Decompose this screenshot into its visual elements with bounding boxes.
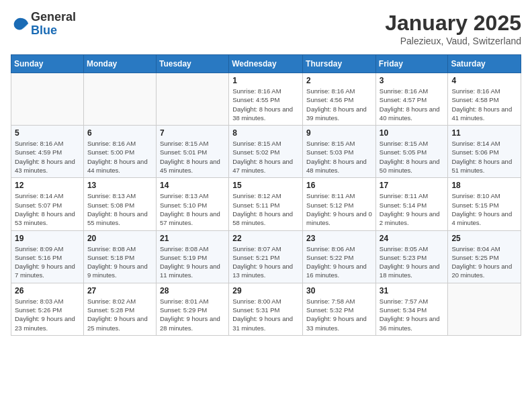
day-info: Sunrise: 8:08 AM Sunset: 5:19 PM Dayligh…: [160, 244, 225, 280]
day-number: 16: [306, 181, 372, 190]
day-number: 8: [232, 128, 299, 138]
table-row: [448, 283, 521, 335]
col-monday: Monday: [83, 55, 156, 73]
table-row: 15Sunrise: 8:12 AM Sunset: 5:11 PM Dayli…: [229, 178, 303, 230]
day-number: 4: [451, 76, 517, 85]
day-info: Sunrise: 8:16 AM Sunset: 5:00 PM Dayligh…: [87, 139, 152, 175]
day-info: Sunrise: 8:01 AM Sunset: 5:29 PM Dayligh…: [160, 297, 225, 332]
table-row: 18Sunrise: 8:10 AM Sunset: 5:15 PM Dayli…: [448, 178, 521, 230]
table-row: 11Sunrise: 8:14 AM Sunset: 5:06 PM Dayli…: [448, 126, 521, 178]
table-row: 14Sunrise: 8:13 AM Sunset: 5:10 PM Dayli…: [156, 178, 228, 230]
day-info: Sunrise: 8:16 AM Sunset: 4:59 PM Dayligh…: [15, 139, 80, 175]
table-row: 31Sunrise: 7:57 AM Sunset: 5:34 PM Dayli…: [375, 283, 448, 335]
calendar-week-row: 5Sunrise: 8:16 AM Sunset: 4:59 PM Daylig…: [11, 126, 521, 178]
calendar-week-row: 26Sunrise: 8:03 AM Sunset: 5:26 PM Dayli…: [11, 283, 521, 335]
day-number: 30: [306, 286, 372, 295]
day-info: Sunrise: 8:13 AM Sunset: 5:10 PM Dayligh…: [160, 191, 225, 227]
calendar-title: January 2025: [385, 11, 521, 36]
day-number: 2: [306, 76, 372, 85]
day-info: Sunrise: 8:02 AM Sunset: 5:28 PM Dayligh…: [87, 297, 152, 332]
day-info: Sunrise: 8:04 AM Sunset: 5:25 PM Dayligh…: [451, 244, 517, 280]
day-number: 31: [380, 286, 445, 295]
day-info: Sunrise: 8:16 AM Sunset: 4:55 PM Dayligh…: [232, 87, 299, 122]
day-number: 27: [87, 286, 152, 295]
table-row: 22Sunrise: 8:07 AM Sunset: 5:21 PM Dayli…: [229, 230, 303, 283]
day-number: 22: [232, 234, 299, 243]
day-info: Sunrise: 8:11 AM Sunset: 5:12 PM Dayligh…: [306, 191, 372, 227]
day-number: 13: [87, 181, 152, 190]
table-row: 17Sunrise: 8:11 AM Sunset: 5:14 PM Dayli…: [375, 178, 448, 230]
table-row: 23Sunrise: 8:06 AM Sunset: 5:22 PM Dayli…: [303, 230, 376, 283]
day-number: 24: [380, 234, 445, 243]
day-info: Sunrise: 8:16 AM Sunset: 4:58 PM Dayligh…: [451, 87, 517, 122]
logo-text: General Blue: [31, 11, 76, 38]
day-info: Sunrise: 8:15 AM Sunset: 5:02 PM Dayligh…: [232, 139, 299, 175]
day-info: Sunrise: 8:11 AM Sunset: 5:14 PM Dayligh…: [380, 191, 445, 227]
logo-blue: Blue: [31, 24, 76, 38]
day-number: 3: [380, 76, 445, 85]
day-info: Sunrise: 8:10 AM Sunset: 5:15 PM Dayligh…: [451, 191, 517, 227]
day-info: Sunrise: 7:58 AM Sunset: 5:32 PM Dayligh…: [306, 297, 372, 332]
day-number: 1: [232, 76, 299, 85]
table-row: 9Sunrise: 8:15 AM Sunset: 5:03 PM Daylig…: [303, 126, 376, 178]
day-info: Sunrise: 8:08 AM Sunset: 5:18 PM Dayligh…: [87, 244, 152, 280]
day-info: Sunrise: 8:05 AM Sunset: 5:23 PM Dayligh…: [380, 244, 445, 280]
title-section: January 2025 Palezieux, Vaud, Switzerlan…: [385, 11, 521, 46]
table-row: 26Sunrise: 8:03 AM Sunset: 5:26 PM Dayli…: [11, 283, 84, 335]
col-saturday: Saturday: [448, 55, 521, 73]
table-row: 30Sunrise: 7:58 AM Sunset: 5:32 PM Dayli…: [303, 283, 376, 335]
col-wednesday: Wednesday: [229, 55, 303, 73]
day-number: 5: [15, 128, 80, 138]
day-info: Sunrise: 8:14 AM Sunset: 5:06 PM Dayligh…: [451, 139, 517, 175]
table-row: 4Sunrise: 8:16 AM Sunset: 4:58 PM Daylig…: [448, 73, 521, 126]
day-number: 6: [87, 128, 152, 138]
calendar-subtitle: Palezieux, Vaud, Switzerland: [385, 36, 521, 46]
day-info: Sunrise: 8:03 AM Sunset: 5:26 PM Dayligh…: [15, 297, 80, 332]
day-info: Sunrise: 8:16 AM Sunset: 4:57 PM Dayligh…: [380, 87, 445, 122]
table-row: 1Sunrise: 8:16 AM Sunset: 4:55 PM Daylig…: [229, 73, 303, 126]
table-row: 16Sunrise: 8:11 AM Sunset: 5:12 PM Dayli…: [303, 178, 376, 230]
day-info: Sunrise: 8:12 AM Sunset: 5:11 PM Dayligh…: [232, 191, 299, 227]
day-number: 28: [160, 286, 225, 295]
table-row: 24Sunrise: 8:05 AM Sunset: 5:23 PM Dayli…: [375, 230, 448, 283]
day-info: Sunrise: 8:15 AM Sunset: 5:01 PM Dayligh…: [160, 139, 225, 175]
calendar-table: Sunday Monday Tuesday Wednesday Thursday…: [11, 54, 521, 336]
table-row: 28Sunrise: 8:01 AM Sunset: 5:29 PM Dayli…: [156, 283, 228, 335]
table-row: [11, 73, 84, 126]
day-number: 10: [380, 128, 445, 138]
day-number: 23: [306, 234, 372, 243]
day-info: Sunrise: 8:15 AM Sunset: 5:05 PM Dayligh…: [380, 139, 445, 175]
table-row: 13Sunrise: 8:13 AM Sunset: 5:08 PM Dayli…: [83, 178, 156, 230]
table-row: 10Sunrise: 8:15 AM Sunset: 5:05 PM Dayli…: [375, 126, 448, 178]
table-row: 29Sunrise: 8:00 AM Sunset: 5:31 PM Dayli…: [229, 283, 303, 335]
table-row: 3Sunrise: 8:16 AM Sunset: 4:57 PM Daylig…: [375, 73, 448, 126]
table-row: 12Sunrise: 8:14 AM Sunset: 5:07 PM Dayli…: [11, 178, 84, 230]
day-number: 14: [160, 181, 225, 190]
day-number: 19: [15, 234, 80, 243]
logo-icon: [11, 15, 30, 34]
table-row: 2Sunrise: 8:16 AM Sunset: 4:56 PM Daylig…: [303, 73, 376, 126]
day-info: Sunrise: 8:06 AM Sunset: 5:22 PM Dayligh…: [306, 244, 372, 280]
day-number: 26: [15, 286, 80, 295]
day-number: 7: [160, 128, 225, 138]
day-info: Sunrise: 8:16 AM Sunset: 4:56 PM Dayligh…: [306, 87, 372, 122]
day-info: Sunrise: 8:09 AM Sunset: 5:16 PM Dayligh…: [15, 244, 80, 280]
day-number: 15: [232, 181, 299, 190]
table-row: 8Sunrise: 8:15 AM Sunset: 5:02 PM Daylig…: [229, 126, 303, 178]
table-row: 25Sunrise: 8:04 AM Sunset: 5:25 PM Dayli…: [448, 230, 521, 283]
page-header: General Blue January 2025 Palezieux, Vau…: [11, 11, 521, 46]
table-row: 7Sunrise: 8:15 AM Sunset: 5:01 PM Daylig…: [156, 126, 228, 178]
calendar-week-row: 1Sunrise: 8:16 AM Sunset: 4:55 PM Daylig…: [11, 73, 521, 126]
table-row: 21Sunrise: 8:08 AM Sunset: 5:19 PM Dayli…: [156, 230, 228, 283]
logo-general: General: [31, 11, 76, 24]
table-row: 6Sunrise: 8:16 AM Sunset: 5:00 PM Daylig…: [83, 126, 156, 178]
day-number: 25: [451, 234, 517, 243]
day-info: Sunrise: 8:00 AM Sunset: 5:31 PM Dayligh…: [232, 297, 299, 332]
table-row: [156, 73, 228, 126]
table-row: 20Sunrise: 8:08 AM Sunset: 5:18 PM Dayli…: [83, 230, 156, 283]
table-row: 19Sunrise: 8:09 AM Sunset: 5:16 PM Dayli…: [11, 230, 84, 283]
day-number: 9: [306, 128, 372, 138]
col-friday: Friday: [375, 55, 448, 73]
col-sunday: Sunday: [11, 55, 84, 73]
table-row: 5Sunrise: 8:16 AM Sunset: 4:59 PM Daylig…: [11, 126, 84, 178]
